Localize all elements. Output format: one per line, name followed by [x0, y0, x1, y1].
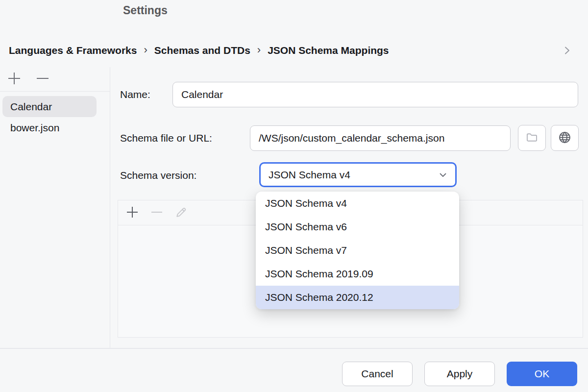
url-button[interactable] — [551, 125, 579, 151]
schema-version-dropdown: JSON Schema v4 JSON Schema v6 JSON Schem… — [256, 192, 459, 309]
browse-file-button[interactable] — [518, 125, 546, 151]
plus-icon — [125, 205, 139, 220]
name-input[interactable] — [172, 82, 578, 107]
schema-version-select[interactable]: JSON Schema v4 — [259, 162, 457, 187]
folder-icon — [525, 131, 539, 146]
list-item-label: Calendar — [10, 101, 52, 113]
edit-entry-button[interactable] — [173, 204, 190, 221]
dropdown-option-v6[interactable]: JSON Schema v6 — [256, 215, 459, 239]
list-item-calendar[interactable]: Calendar — [2, 96, 97, 117]
breadcrumb-item-json-schema-mappings[interactable]: JSON Schema Mappings — [268, 45, 389, 56]
cancel-button[interactable]: Cancel — [342, 362, 413, 386]
schema-file-input[interactable] — [250, 125, 511, 151]
breadcrumb: Languages & Frameworks › Schemas and DTD… — [9, 41, 579, 60]
breadcrumb-item-languages-frameworks[interactable]: Languages & Frameworks — [9, 45, 137, 56]
add-entry-button[interactable] — [124, 204, 141, 221]
breadcrumb-item-schemas-dtds[interactable]: Schemas and DTDs — [154, 45, 250, 56]
dropdown-option-v4[interactable]: JSON Schema v4 — [256, 192, 459, 215]
apply-button[interactable]: Apply — [424, 362, 495, 386]
chevron-down-icon — [439, 171, 447, 179]
sidebar-vertical-divider — [110, 67, 110, 348]
globe-icon — [558, 130, 572, 146]
selected-version-value: JSON Schema v4 — [269, 169, 350, 181]
schema-list: Calendar bower.json — [2, 96, 100, 138]
plus-icon — [7, 71, 22, 87]
breadcrumb-separator: › — [144, 44, 147, 58]
minus-icon — [150, 205, 164, 220]
list-item-label: bower.json — [10, 122, 59, 134]
name-label: Name: — [120, 89, 150, 100]
schema-version-label: Schema version: — [120, 170, 196, 181]
minus-icon — [35, 71, 50, 87]
pencil-icon — [174, 205, 188, 220]
footer-divider — [0, 348, 588, 349]
schema-file-label: Schema file or URL: — [120, 132, 212, 144]
add-mapping-button[interactable] — [6, 71, 23, 87]
dropdown-option-2020-12[interactable]: JSON Schema 2020.12 — [256, 286, 459, 309]
sidebar-top-divider — [0, 91, 110, 92]
page-title: Settings — [123, 4, 168, 17]
ok-button[interactable]: OK — [507, 362, 577, 386]
remove-entry-button[interactable] — [148, 204, 165, 221]
chevron-right-icon[interactable] — [562, 45, 572, 56]
breadcrumb-separator: › — [257, 44, 261, 58]
dropdown-option-v7[interactable]: JSON Schema v7 — [256, 239, 459, 262]
list-item-bower-json[interactable]: bower.json — [2, 117, 97, 138]
sidebar-toolbar — [6, 71, 51, 87]
dropdown-option-2019-09[interactable]: JSON Schema 2019.09 — [256, 262, 459, 286]
remove-mapping-button[interactable] — [34, 71, 51, 87]
